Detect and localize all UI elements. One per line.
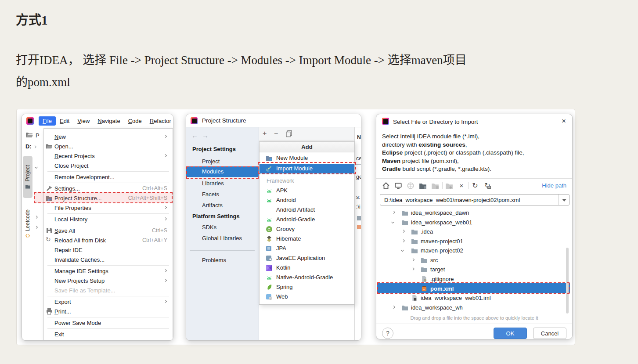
refresh-icon[interactable]: ↻	[471, 182, 479, 190]
collapsed-chevron-icon[interactable]	[402, 239, 405, 242]
collapsed-chevron-icon[interactable]	[392, 306, 395, 309]
popup-item-apk[interactable]: APK	[260, 186, 354, 195]
remove-icon[interactable]: −	[274, 130, 278, 137]
sidebar-tab-project[interactable]: Project	[23, 156, 32, 198]
menu-item-repair-ide[interactable]: Repair IDE	[44, 245, 173, 255]
nav-item-global-libraries[interactable]: Global Libraries	[202, 235, 242, 241]
menu-item-local-history[interactable]: Local History	[44, 214, 173, 224]
hide-path-link[interactable]: Hide path	[542, 182, 566, 189]
tree-collapsed-chevron-icon[interactable]	[35, 216, 38, 219]
tree-row[interactable]: idea_workspace_web01	[377, 218, 570, 227]
menu-item-exit[interactable]: Exit	[44, 329, 173, 339]
popup-item-groovy[interactable]: G Groovy	[260, 224, 354, 234]
menubar-edit[interactable]: Edit	[56, 116, 73, 126]
copy-icon[interactable]	[285, 130, 292, 137]
close-icon[interactable]: ×	[562, 117, 566, 126]
tree-row[interactable]: idea_workspace_web01.iml	[377, 293, 570, 303]
popup-item-android-gradle[interactable]: Android-Gradle	[260, 215, 354, 224]
menu-item-project-structure[interactable]: Project Structure...Ctrl+Alt+Shift+S	[44, 193, 173, 203]
popup-item-import-module[interactable]: Import Module	[260, 164, 354, 173]
tree-row[interactable]: .gitignore	[377, 274, 570, 284]
nav-item-sdks[interactable]: SDKs	[202, 224, 216, 231]
tree-expanded-chevron-icon[interactable]	[35, 166, 38, 169]
menu-item-remote-development[interactable]: Remote Development...	[44, 172, 173, 182]
menu-item-reload-all[interactable]: ↻ Reload All from DiskCtrl+Alt+Y	[44, 235, 173, 245]
text-fragment: ge	[356, 174, 361, 180]
collapsed-chevron-icon[interactable]	[392, 211, 395, 214]
menu-item-export[interactable]: Export	[44, 297, 173, 306]
menu-separator	[47, 213, 169, 214]
menu-item-save-all[interactable]: Save AllCtrl+S	[44, 226, 173, 235]
path-field[interactable]: D:\idea_workspace_web01\maven-project02\…	[380, 194, 570, 205]
add-popup: Add New Module Import Module Framework A…	[259, 141, 355, 305]
intellij-logo-icon	[26, 117, 34, 125]
tree-row[interactable]: .idea	[377, 227, 570, 236]
menubar-view[interactable]: View	[73, 116, 94, 126]
menubar-file[interactable]: File	[39, 116, 56, 126]
cancel-button[interactable]: Cancel	[533, 328, 566, 339]
popup-item-web[interactable]: Web	[260, 292, 354, 302]
tree-collapsed-chevron-icon[interactable]	[35, 226, 38, 229]
add-icon[interactable]: +	[263, 130, 267, 137]
popup-item-new-module[interactable]: New Module	[260, 153, 354, 163]
expanded-chevron-icon[interactable]	[391, 220, 394, 223]
menu-item-settings[interactable]: Settings...Ctrl+Alt+S	[44, 184, 173, 193]
collapsed-chevron-icon[interactable]	[411, 267, 415, 270]
delete-icon[interactable]: ×	[458, 182, 465, 190]
tree-row[interactable]: src	[377, 256, 570, 265]
menu-item-close-project[interactable]: Close Project	[44, 161, 173, 170]
menu-item-recent-projects[interactable]: Recent Projects	[44, 151, 173, 161]
menu-item-file-properties[interactable]: File Properties	[44, 203, 173, 213]
menu-item-invalidate-caches[interactable]: Invalidate Caches...	[44, 255, 173, 264]
forward-arrow-icon[interactable]: →	[202, 132, 209, 139]
help-button[interactable]: ?	[382, 328, 393, 339]
home-icon[interactable]	[382, 182, 390, 190]
web-icon	[266, 293, 273, 300]
sync-folder-icon[interactable]: ↻	[483, 182, 491, 190]
popup-item-native-android-gradle[interactable]: Native-Android-Gradle	[260, 273, 354, 282]
menubar-refactor[interactable]: Refactor	[146, 116, 173, 126]
popup-item-jpa[interactable]: JPA	[260, 244, 354, 253]
popup-item-spring[interactable]: Spring	[260, 282, 354, 292]
menu-item-new-projects-setup[interactable]: New Projects Setup	[44, 276, 173, 285]
popup-item-android-artifact[interactable]: Android Artifact	[260, 205, 354, 215]
tree-row-selected[interactable]: ‹› pom.xml	[377, 284, 570, 293]
menubar-navigate[interactable]: Navigate	[94, 116, 124, 126]
new-folder-icon[interactable]	[419, 182, 427, 190]
tree-row[interactable]: idea_workspace_dawn	[377, 208, 570, 217]
menubar-code[interactable]: Code	[124, 116, 146, 126]
breadcrumb-drive[interactable]: D:	[25, 143, 32, 150]
nav-item-project[interactable]: Project	[202, 158, 220, 165]
desktop-icon[interactable]	[394, 182, 402, 190]
folder-icon	[401, 209, 408, 216]
popup-item-android[interactable]: Android	[260, 195, 354, 205]
tree-row[interactable]: target	[377, 265, 570, 274]
nav-item-facets[interactable]: Facets	[202, 191, 219, 198]
nav-item-libraries[interactable]: Libraries	[202, 180, 224, 187]
menu-item-manage-ide-settings[interactable]: Manage IDE Settings	[44, 266, 173, 276]
new-module-icon	[266, 155, 273, 162]
scrollbar[interactable]	[566, 248, 569, 314]
tree-row[interactable]: maven-project01	[377, 237, 570, 246]
nav-item-problems[interactable]: Problems	[202, 257, 226, 263]
ok-button[interactable]: OK	[494, 328, 527, 339]
menu-item-print[interactable]: Print...	[44, 306, 173, 316]
tree-row[interactable]: idea_workspace_wh	[377, 303, 570, 312]
menu-item-new[interactable]: New	[44, 132, 173, 141]
path-dropdown-button[interactable]	[559, 195, 569, 205]
expanded-chevron-icon[interactable]	[401, 249, 404, 252]
popup-item-kotlin[interactable]: Kotlin	[260, 263, 354, 273]
popup-item-javaee-application[interactable]: JavaEE Application	[260, 253, 354, 263]
nav-item-artifacts[interactable]: Artifacts	[202, 202, 223, 209]
dialog-title: Select File or Directory to Import	[393, 119, 478, 125]
menu-item-power-save-mode[interactable]: Power Save Mode	[44, 318, 173, 328]
tree-row[interactable]: maven-project02	[377, 246, 570, 255]
popup-item-hibernate[interactable]: Hibernate	[260, 234, 354, 244]
back-arrow-icon[interactable]: ←	[191, 132, 198, 139]
sidebar-tab-leetcode[interactable]: Leetcode	[23, 204, 32, 244]
menu-item-open[interactable]: Open...	[44, 141, 173, 151]
nav-item-modules[interactable]: Modules	[186, 166, 259, 177]
collapsed-chevron-icon[interactable]	[411, 258, 415, 261]
tree-row-partial[interactable]	[377, 312, 570, 314]
collapsed-chevron-icon[interactable]	[402, 230, 405, 233]
